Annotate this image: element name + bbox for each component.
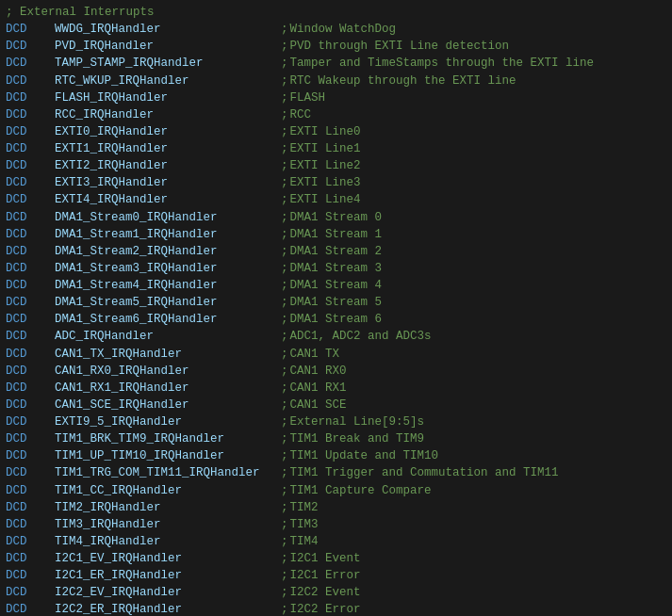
table-row: DCDFLASH_IRQHandler; FLASH <box>0 89 672 106</box>
keyword: DCD <box>6 209 55 226</box>
comment-prefix: ; <box>281 363 288 380</box>
table-row: DCDDMA1_Stream0_IRQHandler; DMA1 Stream … <box>0 209 672 226</box>
keyword: DCD <box>6 174 55 191</box>
comment-prefix: ; <box>281 123 288 140</box>
handler-name: DMA1_Stream1_IRQHandler <box>55 226 281 243</box>
handler-name: TAMP_STAMP_IRQHandler <box>55 55 281 72</box>
keyword: DCD <box>6 277 55 294</box>
comment-prefix: ; <box>281 226 288 243</box>
handler-name: ADC_IRQHandler <box>55 328 281 345</box>
comment-text: TIM2 <box>290 499 319 516</box>
keyword: DCD <box>6 123 55 140</box>
comment-text: TIM3 <box>290 516 319 533</box>
keyword: DCD <box>6 430 55 447</box>
table-row: DCDCAN1_SCE_IRQHandler; CAN1 SCE <box>0 397 672 413</box>
comment-prefix: ; <box>281 380 288 397</box>
keyword: DCD <box>6 482 55 499</box>
table-row: DCDEXTI9_5_IRQHandler; External Line[9:5… <box>0 413 672 430</box>
comment-prefix: ; <box>281 516 288 533</box>
table-row: DCDADC_IRQHandler; ADC1, ADC2 and ADC3s <box>0 328 672 345</box>
keyword: DCD <box>6 464 55 481</box>
table-row: DCDTIM3_IRQHandler; TIM3 <box>0 516 672 533</box>
handler-name: CAN1_SCE_IRQHandler <box>55 397 281 413</box>
table-row: DCDWWDG_IRQHandler; Window WatchDog <box>0 21 672 38</box>
table-row: DCDCAN1_TX_IRQHandler; CAN1 TX <box>0 346 672 363</box>
comment-prefix: ; <box>281 413 288 430</box>
keyword: DCD <box>6 328 55 345</box>
comment-prefix: ; <box>281 89 288 106</box>
comment-text: DMA1 Stream 5 <box>290 294 383 311</box>
comment-prefix: ; <box>281 464 288 481</box>
comment-prefix: ; <box>281 601 288 616</box>
keyword: DCD <box>6 243 55 260</box>
handler-name: WWDG_IRQHandler <box>55 21 281 38</box>
comment-text: TIM1 Break and TIM9 <box>290 430 425 447</box>
comment-prefix: ; <box>281 191 288 208</box>
comment-text: TIM1 Update and TIM10 <box>290 447 439 464</box>
handler-name: CAN1_RX0_IRQHandler <box>55 363 281 380</box>
keyword: DCD <box>6 140 55 157</box>
table-row: DCDTAMP_STAMP_IRQHandler; Tamper and Tim… <box>0 55 672 72</box>
comment-text: EXTI Line0 <box>290 123 361 140</box>
comment-prefix: ; <box>281 260 288 277</box>
comment-text: I2C2 Error <box>290 601 361 616</box>
comment-prefix: ; <box>281 174 288 191</box>
handler-name: EXTI2_IRQHandler <box>55 157 281 174</box>
comment-text: FLASH <box>290 89 326 106</box>
table-row: DCDEXTI3_IRQHandler; EXTI Line3 <box>0 174 672 191</box>
table-row: DCDTIM4_IRQHandler; TIM4 <box>0 533 672 550</box>
keyword: DCD <box>6 447 55 464</box>
keyword: DCD <box>6 499 55 516</box>
comment-prefix: ; <box>281 584 288 601</box>
keyword: DCD <box>6 73 55 89</box>
comment-text: DMA1 Stream 3 <box>290 260 383 277</box>
comment-text: RTC Wakeup through the EXTI line <box>290 73 516 89</box>
handler-name: PVD_IRQHandler <box>55 38 281 55</box>
section-header: ; External Interrupts <box>0 4 672 21</box>
handler-name: TIM1_BRK_TIM9_IRQHandler <box>55 430 281 447</box>
table-row: DCDRCC_IRQHandler; RCC <box>0 106 672 123</box>
keyword: DCD <box>6 533 55 550</box>
handler-name: EXTI0_IRQHandler <box>55 123 281 140</box>
comment-prefix: ; <box>281 447 288 464</box>
comment-text: TIM1 Capture Compare <box>290 482 432 499</box>
handler-name: TIM4_IRQHandler <box>55 533 281 550</box>
handler-name: DMA1_Stream5_IRQHandler <box>55 294 281 311</box>
handler-name: DMA1_Stream3_IRQHandler <box>55 260 281 277</box>
table-row: DCDI2C2_EV_IRQHandler; I2C2 Event <box>0 584 672 601</box>
keyword: DCD <box>6 346 55 363</box>
handler-name: TIM3_IRQHandler <box>55 516 281 533</box>
comment-prefix: ; <box>281 55 288 72</box>
handler-name: DMA1_Stream2_IRQHandler <box>55 243 281 260</box>
table-row: DCDTIM1_TRG_COM_TIM11_IRQHandler; TIM1 T… <box>0 464 672 481</box>
keyword: DCD <box>6 106 55 123</box>
comment-text: CAN1 SCE <box>290 397 347 413</box>
handler-name: DMA1_Stream6_IRQHandler <box>55 311 281 328</box>
handler-name: EXTI9_5_IRQHandler <box>55 413 281 430</box>
comment-text: DMA1 Stream 1 <box>290 226 383 243</box>
handler-name: I2C2_EV_IRQHandler <box>55 584 281 601</box>
comment-prefix: ; <box>281 430 288 447</box>
comment-text: EXTI Line4 <box>290 191 361 208</box>
keyword: DCD <box>6 226 55 243</box>
comment-text: I2C1 Error <box>290 567 361 584</box>
handler-name: CAN1_TX_IRQHandler <box>55 346 281 363</box>
table-row: DCDPVD_IRQHandler; PVD through EXTI Line… <box>0 38 672 55</box>
handler-name: EXTI1_IRQHandler <box>55 140 281 157</box>
handler-name: CAN1_RX1_IRQHandler <box>55 380 281 397</box>
table-row: DCDI2C1_EV_IRQHandler; I2C1 Event <box>0 550 672 567</box>
handler-name: TIM1_TRG_COM_TIM11_IRQHandler <box>55 464 281 481</box>
handler-name: I2C1_EV_IRQHandler <box>55 550 281 567</box>
handler-name: EXTI4_IRQHandler <box>55 191 281 208</box>
comment-text: PVD through EXTI Line detection <box>290 38 510 55</box>
comment-text: CAN1 TX <box>290 346 340 363</box>
comment-prefix: ; <box>281 294 288 311</box>
keyword: DCD <box>6 260 55 277</box>
handler-name: DMA1_Stream4_IRQHandler <box>55 277 281 294</box>
comment-text: DMA1 Stream 6 <box>290 311 383 328</box>
keyword: DCD <box>6 363 55 380</box>
comment-text: EXTI Line3 <box>290 174 361 191</box>
handler-name: DMA1_Stream0_IRQHandler <box>55 209 281 226</box>
keyword: DCD <box>6 55 55 72</box>
keyword: DCD <box>6 413 55 430</box>
